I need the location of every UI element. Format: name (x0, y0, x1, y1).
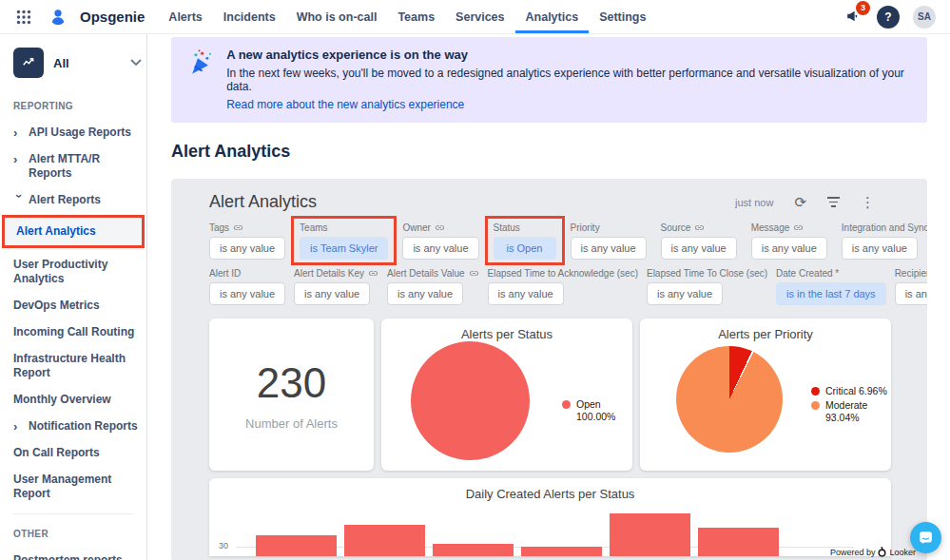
filter-icon[interactable] (827, 197, 840, 207)
section-title-reporting: REPORTING (13, 101, 143, 111)
nav-item-who-is-on-call[interactable]: Who is on-call (286, 0, 388, 33)
filter-source: Source is any value (661, 222, 737, 260)
chevron-right-icon: › (13, 152, 29, 166)
sidebar-item-monthly-overview[interactable]: Monthly Overview (13, 393, 144, 407)
chevron-right-icon: › (13, 419, 29, 434)
opsgenie-logo-icon[interactable] (46, 5, 70, 29)
filter-value-button[interactable]: is Open (494, 237, 556, 260)
kebab-menu-icon[interactable]: ⋮ (861, 195, 875, 209)
notification-badge: 3 (856, 1, 870, 15)
sidebar-item-postmortem-reports[interactable]: Postmortem reports (13, 553, 144, 560)
banner-read-more-link[interactable]: Read more about the new analytics experi… (226, 98, 912, 111)
bar (344, 525, 425, 556)
filter-value-button[interactable]: is any value (294, 282, 370, 305)
link-icon (793, 222, 804, 233)
dashboard-title: Alert Analytics (209, 192, 735, 212)
filter-teams: Teams is Team Skyler (300, 222, 388, 260)
chevron-down-icon (130, 59, 142, 67)
announcement-banner: A new analytics experience is on the way… (171, 37, 927, 123)
refresh-icon[interactable]: ⟳ (794, 195, 806, 209)
alert-count-label: Number of Alerts (245, 416, 338, 431)
grid-icon (16, 10, 31, 25)
banner-title: A new analytics experience is on the way (226, 48, 912, 62)
chart-icon (13, 48, 44, 78)
nav-item-services[interactable]: Services (445, 0, 514, 33)
filter-value-button[interactable]: is any value (571, 237, 647, 260)
sidebar-item-incoming-call-routing[interactable]: Incoming Call Routing (13, 325, 144, 339)
sidebar-item-user-management-report[interactable]: User Management Report (13, 473, 144, 501)
top-navigation: Opsgenie Alerts Incidents Who is on-call… (0, 0, 950, 34)
link-icon (435, 222, 445, 233)
sidebar-item-infrastructure-health-report[interactable]: Infrastructure Health Report (13, 352, 144, 380)
main-content: A new analytics experience is on the way… (147, 34, 950, 560)
last-refreshed-label: just now (735, 197, 773, 208)
sidebar-item-api-usage-reports[interactable]: › API Usage Reports (13, 126, 144, 140)
question-icon: ? (877, 6, 900, 29)
powered-by-looker[interactable]: Powered by Looker (830, 547, 916, 557)
chart-legend: Open 100.00% (562, 398, 632, 425)
filter-value-button[interactable]: is any value (842, 237, 918, 260)
nav-item-settings[interactable]: Settings (589, 0, 656, 33)
nav-item-alerts[interactable]: Alerts (158, 0, 212, 33)
filter-priority: Priority is any value (571, 222, 647, 260)
legend-label: Critical 6.96% (825, 385, 887, 397)
filter-value-button[interactable]: is any value (387, 282, 463, 305)
legend-dot (811, 401, 820, 410)
filter-value-button[interactable]: is any value (647, 282, 723, 305)
filter-value-button[interactable]: is any value (895, 282, 927, 305)
bar (521, 547, 602, 556)
sidebar-item-on-call-reports[interactable]: On Call Reports (13, 446, 144, 460)
filter-integration-and-sync: Integration and Sync is any value (842, 222, 927, 260)
filters-row-2: Alert ID is any value Alert Details Key … (171, 267, 927, 305)
y-axis-tick-label: 30 (219, 541, 228, 550)
filter-elapsed-time-to-close: Elapsed Time To Close (sec) is any value (647, 267, 767, 305)
sidebar-item-alert-reports[interactable]: › Alert Reports (13, 193, 144, 207)
nav-item-analytics[interactable]: Analytics (515, 0, 590, 33)
filter-value-button[interactable]: is any value (661, 237, 737, 260)
alert-count-value: 230 (257, 359, 326, 407)
filter-elapsed-time-to-acknowledge: Elapsed Time to Acknowledge (sec) is any… (488, 267, 638, 305)
avatar: SA (913, 6, 936, 29)
filter-value-button[interactable]: is any value (209, 282, 285, 305)
chat-launcher-button[interactable] (910, 522, 941, 553)
opsgenie-mark-icon (48, 8, 68, 27)
filter-tags: Tags is any value (209, 222, 285, 260)
notifications-button[interactable]: 3 (840, 5, 864, 29)
section-title-other: OTHER (13, 529, 143, 539)
nav-item-teams[interactable]: Teams (387, 0, 445, 33)
filter-value-button[interactable]: is Team Skyler (300, 237, 388, 260)
filter-date-created: Date Created * is in the last 7 days (776, 267, 886, 305)
status-pie-chart (411, 341, 530, 460)
alerts-per-priority-card: Alerts per Priority Critical 6.96% Moder… (640, 319, 891, 471)
chat-bubble-icon (918, 530, 934, 546)
nav-item-incidents[interactable]: Incidents (213, 0, 286, 33)
selector-label: All (53, 56, 121, 70)
link-icon (694, 222, 705, 233)
annotation-box-status: Status is Open (485, 216, 565, 265)
bar (433, 544, 514, 556)
filter-value-button[interactable]: is any value (402, 237, 478, 260)
filter-value-button[interactable]: is any value (209, 237, 285, 260)
link-icon (368, 268, 378, 279)
legend-label: Open 100.00% (576, 398, 632, 423)
sidebar-item-user-productivity-analytics[interactable]: User Productivity Analytics (13, 258, 144, 286)
sidebar-item-alert-analytics[interactable]: Alert Analytics (16, 224, 138, 239)
sidebar-item-notification-reports[interactable]: › Notification Reports (13, 419, 144, 434)
profile-button[interactable]: SA (912, 5, 937, 29)
sidebar-item-devops-metrics[interactable]: DevOps Metrics (13, 299, 144, 313)
filter-value-button[interactable]: is any value (751, 237, 827, 260)
filter-value-button[interactable]: is in the last 7 days (776, 282, 886, 305)
brand-name[interactable]: Opsgenie (80, 9, 145, 25)
filter-recipient: Recipient is any value (895, 267, 927, 305)
help-button[interactable]: ? (876, 5, 901, 29)
page-title: Alert Analytics (171, 142, 950, 162)
number-of-alerts-card: 230 Number of Alerts (209, 319, 374, 471)
filter-value-button[interactable]: is any value (488, 282, 564, 305)
annotation-box-teams: Teams is Team Skyler (291, 216, 397, 265)
sidebar-item-alert-mttar-reports[interactable]: › Alert MTTA/R Reports (13, 152, 144, 181)
dashboard-selector[interactable]: All (13, 48, 142, 78)
app-switcher-icon[interactable] (11, 5, 36, 29)
link-icon (469, 268, 479, 279)
primary-nav: Alerts Incidents Who is on-call Teams Se… (158, 0, 656, 33)
banner-body: In the next few weeks, you'll be moved t… (226, 67, 912, 93)
